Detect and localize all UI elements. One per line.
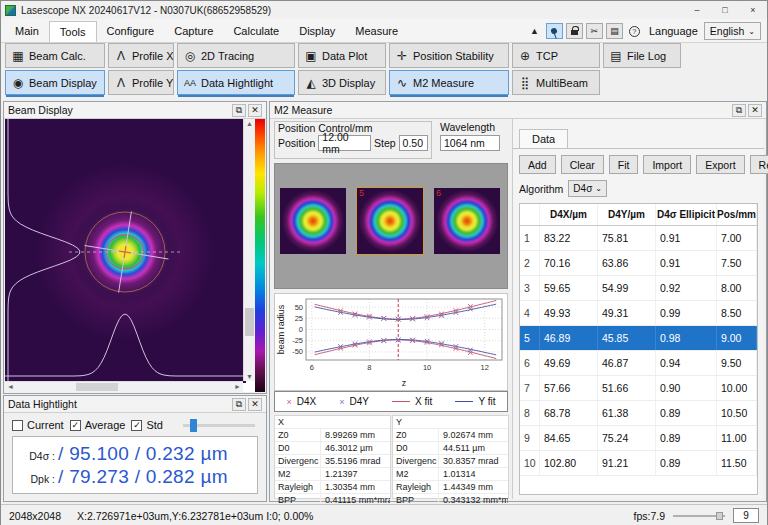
menu-tab-main[interactable]: Main bbox=[5, 21, 49, 42]
toolbar-button-label: M2 Measure bbox=[413, 77, 474, 89]
toolbar-button-multibeam[interactable]: ⣿MultiBeam bbox=[512, 70, 600, 95]
close-icon[interactable]: ✕ bbox=[748, 104, 762, 117]
toolbar-button-3d-display[interactable]: ◭3D Display bbox=[298, 70, 386, 95]
resolution-text: 2048x2048 bbox=[9, 510, 61, 522]
thumbnail-index-label: 6 bbox=[436, 188, 441, 198]
table-row[interactable]: 984.6575.240.8911.00 bbox=[520, 426, 757, 451]
highlight-slider[interactable] bbox=[183, 424, 255, 427]
fit-button[interactable]: Fit bbox=[609, 155, 639, 174]
fit-param-value: 35.5196 mrad bbox=[321, 456, 381, 466]
wavelength-label: Wavelength bbox=[440, 121, 500, 133]
checkbox-box[interactable]: ✓ bbox=[70, 420, 81, 431]
fps-value-input[interactable]: 9 bbox=[733, 508, 759, 523]
checkbox-box[interactable]: ✓ bbox=[131, 420, 142, 431]
scrollbar-thumb[interactable] bbox=[76, 383, 118, 391]
import-button[interactable]: Import bbox=[643, 155, 691, 174]
toolbar-button-label: Profile X bbox=[132, 50, 174, 62]
toolbar-button-m2-measure[interactable]: ∿M2 Measure bbox=[389, 70, 509, 95]
toolbar-button-data-plot[interactable]: ▣Data Plot bbox=[298, 43, 386, 68]
scroll-left-icon[interactable]: ◄ bbox=[7, 383, 14, 390]
scroll-up-icon[interactable]: ▲ bbox=[244, 120, 255, 127]
document-icon[interactable]: ▤ bbox=[606, 23, 623, 39]
collapse-icon[interactable]: ▲ bbox=[526, 23, 543, 39]
table-row[interactable]: 270.1663.860.917.50 bbox=[520, 251, 757, 276]
row-number: 5 bbox=[520, 326, 540, 350]
svg-text:10: 10 bbox=[423, 363, 431, 372]
beam-horizontal-scrollbar[interactable]: ◄ ► bbox=[5, 381, 243, 392]
menu-tab-configure[interactable]: Configure bbox=[97, 21, 165, 42]
beam-image-svg bbox=[5, 119, 246, 383]
checkbox-average[interactable]: ✓Average bbox=[70, 419, 126, 431]
toolbar-button-file-log[interactable]: ▤File Log bbox=[603, 43, 681, 68]
legend-label: D4X bbox=[297, 396, 316, 407]
export-button[interactable]: Export bbox=[696, 155, 744, 174]
menu-tab-tools[interactable]: Tools bbox=[49, 21, 97, 42]
table-row[interactable]: 546.8945.850.989.00 bbox=[520, 326, 757, 351]
menu-tab-calculate[interactable]: Calculate bbox=[223, 21, 289, 42]
measurement-table: D4X/µmD4Y/µmD4σ EllipicitPos/mm183.2275.… bbox=[519, 203, 758, 495]
table-row[interactable]: 757.6651.660.9010.00 bbox=[520, 376, 757, 401]
toolbar-button-beam-display[interactable]: ◉Beam Display bbox=[5, 70, 105, 95]
toolbar-button-profile-x[interactable]: ΛProfile X bbox=[108, 43, 174, 68]
restore-icon[interactable]: ⧉ bbox=[232, 104, 246, 117]
algorithm-select[interactable]: D4σ ⌄ bbox=[568, 180, 607, 197]
m2-icon: ∿ bbox=[395, 76, 409, 90]
scroll-right-icon[interactable]: ► bbox=[234, 383, 241, 390]
checkbox-row: Current✓Average✓Std bbox=[12, 419, 169, 431]
scroll-down-icon[interactable]: ▼ bbox=[244, 373, 255, 380]
fit-param-label: Z0 bbox=[275, 429, 321, 441]
toolbar-button-tcp[interactable]: ⊕TCP bbox=[512, 43, 600, 68]
table-row[interactable]: 10102.8091.210.8911.50 bbox=[520, 451, 757, 476]
tab-data[interactable]: Data bbox=[519, 129, 568, 148]
toolbar-button-2d-tracing[interactable]: ◎2D Tracing bbox=[177, 43, 295, 68]
toolbar-button-position-stability[interactable]: ✛Position Stability bbox=[389, 43, 509, 68]
menu-tab-capture[interactable]: Capture bbox=[164, 21, 223, 42]
toolbar-button-profile-y[interactable]: ΛProfile Y bbox=[108, 70, 174, 95]
checkbox-box[interactable] bbox=[12, 420, 23, 431]
pin-icon[interactable] bbox=[546, 23, 563, 39]
slider-thumb[interactable] bbox=[190, 419, 197, 432]
table-cell: 7.50 bbox=[717, 251, 757, 275]
clear-button[interactable]: Clear bbox=[561, 155, 604, 174]
language-select[interactable]: English ⌄ bbox=[704, 22, 761, 40]
add-button[interactable]: Add bbox=[519, 155, 556, 174]
table-row[interactable]: 649.6946.870.949.50 bbox=[520, 351, 757, 376]
beam-vertical-scrollbar[interactable]: ▲ ▼ bbox=[243, 119, 255, 381]
status-bar: 2048x2048 X:2.726971e+03um,Y:6.232781e+0… bbox=[1, 504, 767, 525]
slider-thumb[interactable] bbox=[716, 512, 723, 520]
checkbox-std[interactable]: ✓Std bbox=[131, 419, 163, 431]
scrollbar-thumb[interactable] bbox=[245, 308, 254, 336]
table-row[interactable]: 183.2275.810.917.00 bbox=[520, 226, 757, 251]
maximize-button[interactable]: □ bbox=[711, 1, 739, 19]
table-cell: 0.91 bbox=[656, 226, 717, 250]
report-button[interactable]: Report bbox=[750, 155, 768, 174]
menu-tab-measure[interactable]: Measure bbox=[345, 21, 408, 42]
checkbox-current[interactable]: Current bbox=[12, 419, 64, 431]
close-icon[interactable]: ✕ bbox=[248, 104, 262, 117]
toolbar-button-beam-calc[interactable]: ▦Beam Calc. bbox=[5, 43, 105, 68]
close-button[interactable]: × bbox=[739, 1, 767, 19]
scissors-icon[interactable]: ✂ bbox=[586, 23, 603, 39]
table-row[interactable]: 449.9349.310.998.50 bbox=[520, 301, 757, 326]
fps-slider[interactable] bbox=[673, 515, 725, 517]
help-icon[interactable]: ? bbox=[626, 23, 643, 39]
position-input[interactable]: 12.00 mm bbox=[318, 135, 371, 151]
beam-thumbnail-3[interactable]: 6 bbox=[434, 188, 500, 254]
wavelength-input[interactable]: 1064 nm bbox=[440, 135, 500, 151]
beam-thumbnail-1[interactable] bbox=[280, 188, 346, 254]
restore-icon[interactable]: ⧉ bbox=[232, 398, 246, 411]
menu-tab-display[interactable]: Display bbox=[289, 21, 345, 42]
beam-image-area: ▲ ▼ ◄ ► bbox=[5, 119, 265, 392]
checkbox-label: Current bbox=[27, 419, 64, 431]
close-icon[interactable]: ✕ bbox=[248, 398, 262, 411]
minimize-button[interactable]: – bbox=[683, 1, 711, 19]
restore-icon[interactable]: ⧉ bbox=[732, 104, 746, 117]
table-row[interactable]: 868.7861.380.8910.50 bbox=[520, 401, 757, 426]
toolbar-button-data-hightlight[interactable]: AAData Hightlight bbox=[177, 70, 295, 95]
table-row[interactable]: 359.6554.990.928.00 bbox=[520, 276, 757, 301]
step-input[interactable]: 0.50 bbox=[399, 135, 428, 151]
lock-glyph bbox=[571, 30, 578, 35]
d4sigma-value: / 95.100 / 0.232 µm bbox=[58, 443, 228, 465]
lock-icon[interactable] bbox=[566, 23, 583, 39]
beam-thumbnail-2[interactable]: 5 bbox=[357, 188, 423, 254]
